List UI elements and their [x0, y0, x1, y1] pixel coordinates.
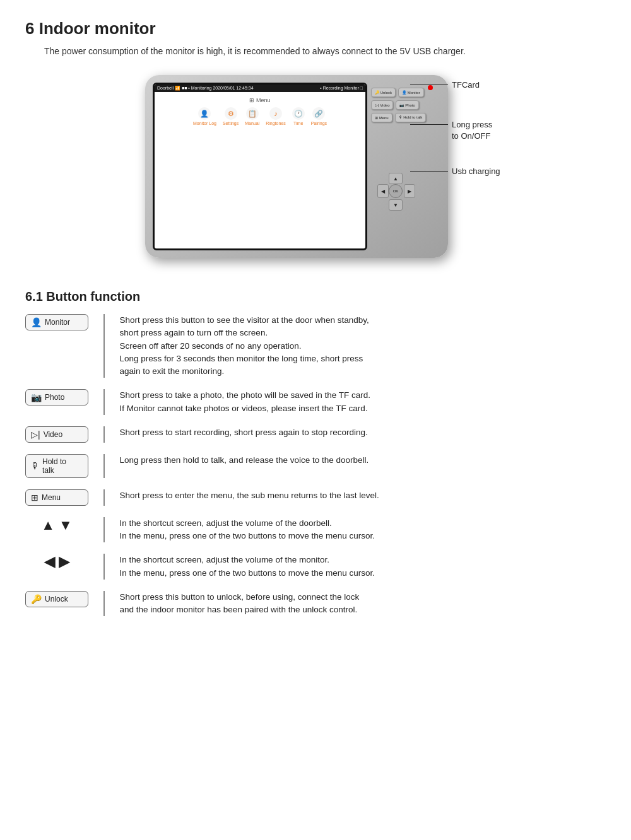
monitor-icon: 👤	[31, 317, 42, 327]
holdtotalk-description: Long press then hold to talk, and releas…	[120, 454, 369, 467]
dpad-right-button[interactable]: ▶	[404, 184, 415, 198]
leftright-arrows: ◀ ▶	[44, 554, 69, 570]
function-row-leftright: ◀ ▶ In the shortcut screen, adjust the v…	[25, 554, 606, 580]
divider-monitor	[103, 314, 105, 378]
function-row-unlock: 🔑 Unlock Short press this button to unlo…	[25, 591, 606, 617]
video-icon: ▷|	[31, 429, 40, 440]
screen-status-bar: Doorbell 📶 ■■ • Monitoring 2020/05/01 12…	[155, 85, 365, 92]
section6-title: 6 Indoor monitor	[25, 19, 606, 38]
hold-to-talk-button-label: 🎙 Hold totalk	[25, 454, 88, 478]
time-icon: 🕐	[292, 107, 305, 120]
photo-hw-button[interactable]: 📷 Photo	[396, 100, 418, 110]
device-screen: Doorbell 📶 ■■ • Monitoring 2020/05/01 12…	[153, 83, 367, 250]
monitor-log-icon: 👤	[198, 107, 211, 120]
screen-icons: 👤 Monitor Log ⚙ Settings 📋 Manual ♪	[160, 107, 360, 125]
divider-updown	[103, 517, 105, 543]
dpad-cross: ▲ ▼ ◀ ▶ OK	[377, 173, 415, 211]
hold-to-talk-text: Hold totalk	[42, 457, 66, 475]
section-61: 6.1 Button function 👤 Monitor Short pres…	[25, 289, 606, 616]
dpad-ok-button[interactable]: OK	[389, 184, 403, 198]
screen-menu-area: ⊞ Menu 👤 Monitor Log ⚙ Settings 📋 Manu	[155, 92, 365, 131]
function-row-updown: ▲ ▼ In the shortcut screen, adjust the v…	[25, 517, 606, 543]
menu-button-label: ⊞ Menu	[25, 489, 88, 506]
dpad-up-button[interactable]: ▲	[389, 173, 403, 184]
device-illustration: Doorbell 📶 ■■ • Monitoring 2020/05/01 12…	[25, 69, 606, 271]
time-label: Time	[293, 121, 303, 125]
function-row-photo: 📷 Photo Short press to take a photo, the…	[25, 389, 606, 415]
unlock-button-label: 🔑 Unlock	[25, 591, 88, 607]
divider-unlock	[103, 591, 105, 617]
function-row-video: ▷| Video Short press to start recording,…	[25, 426, 606, 443]
updown-arrows: ▲ ▼	[41, 517, 73, 534]
function-row-menu: ⊞ Menu Short press to enter the menu, th…	[25, 489, 606, 506]
usbcharging-annotation: Usb charging	[410, 166, 500, 176]
tfcard-label: TFCard	[452, 80, 480, 90]
menu-icon: ⊞	[31, 493, 38, 503]
screen-icon-time: 🕐 Time	[292, 107, 305, 125]
screen-menu-title: ⊞ Menu	[160, 97, 360, 103]
monitor-description: Short press this button to see the visit…	[120, 314, 369, 378]
ringtones-icon: ♪	[269, 107, 282, 120]
divider-holdtotalk	[103, 454, 105, 478]
device-buttons: 🔑 Unlock 👤 Monitor ▷| Video 📷 Photo ⊞ Me…	[371, 88, 426, 122]
longpress-annotation: Long press to On/OFF	[410, 119, 492, 142]
function-row-monitor: 👤 Monitor Short press this button to see…	[25, 314, 606, 378]
screen-icon-settings: ⚙ Settings	[223, 107, 239, 125]
pairings-label: Pairings	[311, 121, 327, 125]
device-body: Doorbell 📶 ■■ • Monitoring 2020/05/01 12…	[145, 75, 448, 258]
hold-to-talk-icon: 🎙	[31, 461, 40, 471]
photo-button-text: Photo	[45, 393, 64, 402]
status-left: Doorbell 📶 ■■ • Monitoring 2020/05/01 12…	[157, 86, 254, 91]
dpad: ▲ ▼ ◀ ▶ OK	[377, 173, 415, 211]
photo-description: Short press to take a photo, the photo w…	[120, 389, 370, 415]
screen-icon-ringtones: ♪ Ringtones	[266, 107, 286, 125]
video-description: Short press to start recording, short pr…	[120, 426, 368, 439]
divider-menu	[103, 489, 105, 506]
button-row-2: ▷| Video 📷 Photo	[371, 100, 426, 110]
leftright-description: In the shortcut screen, adjust the volum…	[120, 554, 375, 580]
function-row-holdtotalk: 🎙 Hold totalk Long press then hold to ta…	[25, 454, 606, 478]
manual-icon: 📋	[246, 107, 259, 120]
device-wrapper: Doorbell 📶 ■■ • Monitoring 2020/05/01 12…	[95, 69, 536, 271]
ringtones-label: Ringtones	[266, 121, 286, 125]
divider-photo	[103, 389, 105, 415]
screen-icon-pairings: 🔗 Pairings	[311, 107, 327, 125]
video-button-label: ▷| Video	[25, 426, 88, 443]
video-hw-button[interactable]: ▷| Video	[371, 100, 393, 110]
unlock-hw-button[interactable]: 🔑 Unlock	[371, 88, 396, 97]
monitor-button-label: 👤 Monitor	[25, 314, 88, 330]
menu-description: Short press to enter the menu, the sub m…	[120, 489, 379, 502]
monitor-log-label: Monitor Log	[193, 121, 216, 125]
unlock-description: Short press this button to unlock, befor…	[120, 591, 360, 617]
longpress-line2: to On/OFF	[452, 131, 492, 142]
settings-icon: ⚙	[225, 107, 237, 120]
pairings-icon: 🔗	[312, 107, 325, 120]
dpad-left-button[interactable]: ◀	[377, 184, 389, 198]
manual-label: Manual	[245, 121, 259, 125]
menu-hw-button[interactable]: ⊞ Menu	[371, 113, 392, 122]
status-right: • Recording Monitor □	[320, 86, 363, 91]
divider-video	[103, 426, 105, 443]
divider-leftright	[103, 554, 105, 580]
section61-title: 6.1 Button function	[25, 289, 606, 304]
screen-icon-monitor-log: 👤 Monitor Log	[193, 107, 216, 125]
unlock-icon: 🔑	[31, 594, 42, 604]
settings-label: Settings	[223, 121, 239, 125]
menu-button-text: Menu	[42, 493, 61, 502]
updown-description: In the shortcut screen, adjust the volum…	[120, 517, 375, 543]
video-button-text: Video	[44, 430, 62, 439]
dpad-down-button[interactable]: ▼	[389, 199, 403, 211]
usbcharging-label: Usb charging	[452, 166, 500, 176]
screen-icon-manual: 📋 Manual	[245, 107, 259, 125]
longpress-line1: Long press	[452, 119, 492, 131]
tfcard-annotation: TFCard	[410, 80, 480, 90]
unlock-button-text: Unlock	[45, 595, 68, 604]
monitor-button-text: Monitor	[45, 318, 70, 327]
intro-text: The power consumption of the monitor is …	[44, 46, 606, 56]
photo-icon: 📷	[31, 392, 42, 402]
photo-button-label: 📷 Photo	[25, 389, 88, 405]
